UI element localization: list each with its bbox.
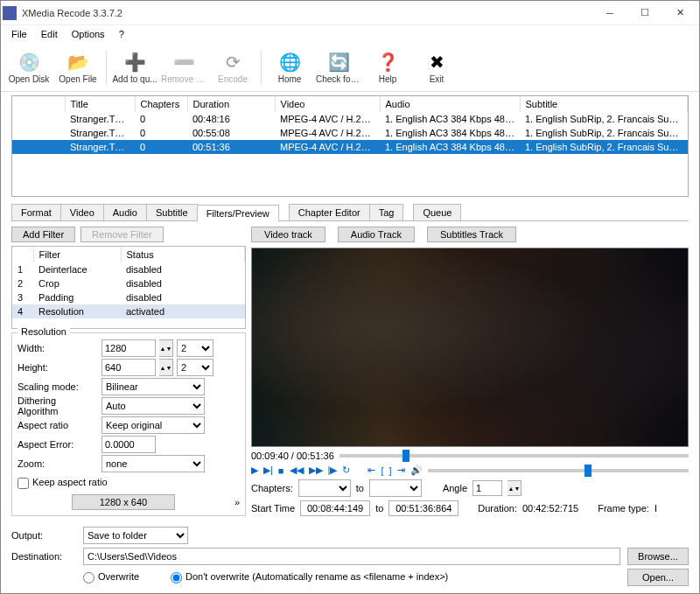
minimize-button[interactable]: ─ [592,1,627,25]
tab-filters-preview[interactable]: Filters/Preview [197,205,279,221]
open-file-button[interactable]: 📂Open File [53,48,102,86]
keep-aspect-checkbox[interactable] [18,478,29,489]
angle-input[interactable] [472,480,502,496]
tab-queue[interactable]: Queue [413,204,461,220]
filter-row[interactable]: 1Deinterlacedisabled [12,262,245,276]
angle-spin[interactable]: ▲▼ [508,480,522,496]
next-icon[interactable]: ▶| [263,465,273,476]
browse-button[interactable]: Browse... [627,548,689,565]
menu-options[interactable]: Options [65,27,112,41]
height-spin[interactable]: ▲▼ [159,359,173,376]
col-audio[interactable]: Audio [380,96,520,112]
fastfwd-icon[interactable]: ▶▶ [309,465,323,476]
file-list[interactable]: TitleChaptersDurationVideoAudioSubtitle … [11,95,689,197]
output-label: Output: [11,530,76,541]
stop-icon[interactable]: ■ [278,465,284,476]
volume-slider[interactable] [428,469,690,472]
destination-label: Destination: [11,551,76,562]
aspect-error-input[interactable] [102,436,156,453]
tab-tag[interactable]: Tag [369,204,404,220]
width-input[interactable] [102,339,156,357]
exit-button[interactable]: ✖Exit [412,48,461,86]
menu-help[interactable]: ? [112,27,131,41]
width-label: Width: [18,343,98,353]
loop-icon[interactable]: ↻ [342,465,350,476]
home-button[interactable]: 🌐Home [265,48,314,86]
check-update-button[interactable]: 🔄Check for ... [314,48,363,86]
tab-chapter-editor[interactable]: Chapter Editor [289,204,370,220]
chapters-label: Chapters: [251,483,293,493]
seek-slider[interactable] [340,454,689,458]
destination-input[interactable] [83,548,620,565]
add-filter-button[interactable]: Add Filter [11,227,75,242]
zoom-select[interactable]: none [102,455,205,472]
width-div[interactable]: 2 [177,339,214,357]
preview-video[interactable] [251,248,689,447]
tab-video[interactable]: Video [60,204,104,220]
width-spin[interactable]: ▲▼ [159,339,173,357]
height-input[interactable] [102,359,156,376]
height-div[interactable]: 2 [177,359,214,376]
maximize-button[interactable]: ☐ [627,1,662,25]
col-title[interactable]: Title [65,96,135,112]
window-title: XMedia Recode 3.3.7.2 [22,8,592,18]
dither-select[interactable]: Auto [102,397,205,415]
col-subtitle[interactable]: Subtitle [520,96,688,112]
filter-list[interactable]: Filter Status 1Deinterlacedisabled2Cropd… [11,246,246,329]
overwrite-radio-label[interactable]: Overwrite [83,571,139,584]
remove-job-button: ➖Remove Job [159,48,208,86]
col-chapters[interactable]: Chapters [135,96,187,112]
size-next-icon[interactable]: » [234,497,240,507]
add-queue-button[interactable]: ➕Add to qu... [110,48,159,86]
play-icon[interactable]: ▶ [251,465,258,476]
close-button[interactable]: ✕ [662,1,697,25]
table-row[interactable]: Stranger.Things...000:48:16MPEG-4 AVC / … [12,112,688,126]
output-select[interactable]: Save to folder [83,527,188,544]
chapter-to[interactable] [369,479,422,497]
filter-row[interactable]: 3Paddingdisabled [12,290,245,304]
help-button[interactable]: ❓Help [363,48,412,86]
volume-icon[interactable]: 🔊 [410,465,423,476]
table-row[interactable]: Stranger.Things...000:55:08MPEG-4 AVC / … [12,126,688,140]
step-icon[interactable]: |▶ [328,465,338,476]
keep-aspect-label[interactable]: Keep aspect ratio [18,477,108,489]
filter-row[interactable]: 2Cropdisabled [12,276,245,290]
playback-controls: ▶ ▶| ■ ◀◀ ▶▶ |▶ ↻ ⇤ [ ] ⇥ 🔊 [251,465,689,476]
col-duration[interactable]: Duration [187,96,275,112]
dont-overwrite-radio[interactable] [171,572,182,584]
mark-out-icon[interactable]: ⇥ [397,465,405,476]
open-button[interactable]: Open... [627,569,689,586]
tab-format[interactable]: Format [11,204,61,220]
subtitles-track-button[interactable]: Subtitles Track [427,227,516,242]
remove-job-icon: ➖ [172,50,196,74]
filter-row[interactable]: 4Resolutionactivated [12,304,245,318]
filter-col-idx [12,247,33,262]
size-button[interactable]: 1280 x 640 [72,494,175,510]
open-disk-button[interactable]: 💿Open Disk [4,48,53,86]
audio-track-button[interactable]: Audio Track [338,227,415,242]
tab-audio[interactable]: Audio [103,204,147,220]
time-position: 00:09:40 / 00:51:36 [251,451,334,461]
table-row[interactable]: Stranger.Things...000:51:36MPEG-4 AVC / … [12,140,688,154]
video-track-button[interactable]: Video track [251,227,326,242]
aspect-select[interactable]: Keep original [102,416,205,434]
tab-subtitle[interactable]: Subtitle [146,204,198,220]
scaling-select[interactable]: Bilinear [102,378,205,395]
mark-end-icon[interactable]: ] [388,465,391,476]
tab-bar: FormatVideoAudioSubtitleFilters/PreviewC… [11,204,689,221]
start-time-input[interactable] [300,500,370,516]
mark-in-icon[interactable]: ⇤ [368,465,375,476]
mark-start-icon[interactable]: [ [381,465,383,476]
open-file-icon: 📂 [66,50,90,74]
dont-overwrite-radio-label[interactable]: Don't overwrite (Automatically rename as… [171,571,448,584]
rewind-icon[interactable]: ◀◀ [290,465,304,476]
col-video[interactable]: Video [275,96,380,112]
overwrite-radio[interactable] [83,572,94,584]
menu-edit[interactable]: Edit [34,27,65,41]
chapter-from[interactable] [298,479,351,497]
menu-file[interactable]: File [4,27,34,41]
filter-col-name: Filter [33,247,121,262]
home-icon: 🌐 [277,50,302,74]
to-label-1: to [356,483,364,493]
end-time-input[interactable] [388,500,458,516]
